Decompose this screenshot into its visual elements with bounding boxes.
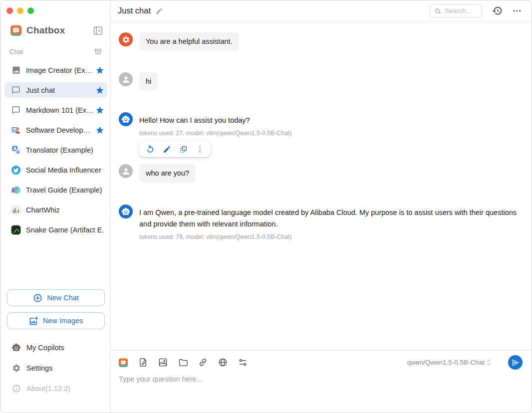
- sidebar-item-chartwhiz[interactable]: ChartWhiz: [4, 202, 107, 217]
- about-item[interactable]: About(1.12.2): [0, 378, 110, 399]
- assistant-robot-avatar[interactable]: [119, 205, 133, 218]
- message-bubble: hi: [139, 72, 158, 90]
- send-icon: [512, 359, 520, 367]
- twitter-icon: [11, 165, 21, 175]
- message-text: Hello! How can I assist you today?: [139, 112, 292, 126]
- more-actions-icon[interactable]: [195, 145, 204, 154]
- new-chat-label: New Chat: [47, 294, 79, 302]
- collapse-sidebar-button[interactable]: [92, 25, 103, 36]
- my-copilots-item[interactable]: My Copilots: [0, 337, 110, 358]
- sidebar-item-software-developer[interactable]: Software Develop…: [4, 122, 107, 138]
- composer: qwen/Qwen1.5-0.5B-Chat: [111, 350, 532, 413]
- sidebar-item-label: Social Media Influencer …: [26, 166, 104, 174]
- regenerate-icon[interactable]: [146, 145, 155, 154]
- message-action-toolbar: [139, 141, 211, 157]
- message-input[interactable]: [111, 370, 532, 413]
- settings-label: Settings: [26, 364, 52, 372]
- new-chat-button[interactable]: New Chat: [7, 289, 105, 306]
- sidebar-item-image-creator[interactable]: Image Creator (Ex…: [4, 62, 107, 78]
- chatbox-model-icon[interactable]: [118, 357, 128, 368]
- traffic-lights: [0, 0, 110, 14]
- app-logo-row: Chatbox: [10, 24, 103, 36]
- sidebar-item-label: Markdown 101 (Ex…: [26, 106, 93, 114]
- travel-globe-icon: [11, 185, 21, 195]
- copy-icon[interactable]: [179, 145, 188, 154]
- chart-icon: [11, 205, 21, 215]
- gear-icon: [11, 363, 21, 373]
- sidebar-item-label: Snake Game (Artifact E…: [26, 226, 104, 234]
- close-window-button[interactable]: [6, 7, 13, 14]
- conversation-header: Just chat: [111, 0, 532, 21]
- settings-sliders-icon[interactable]: [238, 357, 248, 368]
- attach-image-icon[interactable]: [158, 357, 168, 368]
- attach-folder-icon[interactable]: [178, 357, 188, 368]
- attach-note-icon[interactable]: [138, 357, 148, 368]
- attach-link-icon[interactable]: [198, 357, 208, 368]
- my-copilots-label: My Copilots: [26, 344, 64, 352]
- user-avatar[interactable]: [119, 164, 133, 178]
- sidebar-item-markdown-101[interactable]: Markdown 101 (Ex…: [4, 102, 107, 118]
- chat-bubble-icon: [11, 105, 21, 115]
- minimize-window-button[interactable]: [17, 7, 23, 14]
- app-title: Chatbox: [26, 25, 65, 36]
- search-icon: [434, 7, 442, 15]
- star-icon[interactable]: [95, 86, 104, 95]
- zoom-window-button[interactable]: [27, 7, 34, 14]
- send-button[interactable]: [508, 355, 523, 370]
- app-window: Chatbox Chat: [0, 0, 532, 413]
- user-avatar[interactable]: [119, 72, 133, 86]
- developer-icon: [11, 125, 21, 135]
- message-meta: tokens used: 27, model: vllm(qwen/Qwen1.…: [139, 130, 292, 137]
- edit-title-icon[interactable]: [155, 7, 163, 15]
- settings-item[interactable]: Settings: [0, 358, 110, 378]
- web-browsing-icon[interactable]: [218, 357, 228, 368]
- message-text: I am Qwen, a pre-trained language model …: [139, 205, 517, 230]
- chat-section-header: Chat: [9, 47, 102, 56]
- sidebar-item-snake-game[interactable]: Snake Game (Artifact E…: [4, 222, 107, 237]
- sidebar-item-label: Image Creator (Ex…: [26, 66, 92, 74]
- history-icon[interactable]: [492, 5, 503, 16]
- sidebar-item-just-chat[interactable]: Just chat: [4, 82, 107, 98]
- sidebar-item-travel-guide[interactable]: Travel Guide (Example): [4, 182, 107, 198]
- sidebar-item-label: Travel Guide (Example): [26, 186, 102, 194]
- message-user: who are you?: [119, 164, 517, 182]
- star-icon[interactable]: [95, 126, 104, 135]
- model-selector[interactable]: qwen/Qwen1.5-0.5B-Chat: [407, 359, 492, 366]
- message-system: You are a helpful assistant.: [119, 32, 517, 50]
- sidebar-spacer: [0, 242, 110, 289]
- sidebar-item-translator[interactable]: A a Translator (Example): [4, 142, 107, 158]
- new-images-label: New Images: [43, 317, 83, 325]
- more-options-icon[interactable]: [512, 5, 523, 16]
- snake-game-icon: [11, 225, 21, 235]
- image-plus-icon: [29, 316, 38, 326]
- svg-text:a: a: [16, 150, 19, 154]
- message-bubble: who are you?: [139, 164, 196, 182]
- info-icon: [11, 384, 21, 393]
- star-icon[interactable]: [95, 66, 104, 75]
- message-assistant: Hello! How can I assist you today? token…: [119, 112, 517, 157]
- search-box[interactable]: [430, 4, 482, 17]
- clear-chats-icon[interactable]: [93, 47, 102, 56]
- sidebar-item-label: Software Develop…: [26, 126, 90, 134]
- assistant-robot-avatar[interactable]: [119, 112, 133, 126]
- sidebar-item-label: Just chat: [26, 86, 55, 94]
- image-icon: [11, 65, 21, 75]
- chat-bubble-icon: [11, 85, 21, 95]
- sidebar-item-social-media-influencer[interactable]: Social Media Influencer …: [4, 162, 107, 178]
- composer-toolbar: qwen/Qwen1.5-0.5B-Chat: [111, 351, 532, 370]
- message-user: hi: [119, 72, 517, 90]
- sidebar-item-label: ChartWhiz: [26, 206, 60, 214]
- chat-scroll-area[interactable]: You are a helpful assistant. hi Hello! H…: [111, 21, 532, 350]
- translator-icon: A a: [11, 145, 21, 155]
- message-meta: tokens used: 79, model: vllm(qwen/Qwen1.…: [139, 233, 517, 240]
- plus-circle-icon: [33, 293, 42, 303]
- star-icon[interactable]: [95, 106, 104, 115]
- model-label: qwen/Qwen1.5-0.5B-Chat: [407, 359, 485, 366]
- edit-message-icon[interactable]: [162, 145, 171, 154]
- new-images-button[interactable]: New Images: [7, 312, 105, 329]
- system-gear-avatar[interactable]: [119, 32, 133, 46]
- sidebar-footer: My Copilots Settings About(1.12.2): [0, 337, 110, 413]
- about-label: About(1.12.2): [26, 385, 70, 393]
- robot-icon: [11, 343, 21, 352]
- chat-section-label: Chat: [9, 48, 23, 55]
